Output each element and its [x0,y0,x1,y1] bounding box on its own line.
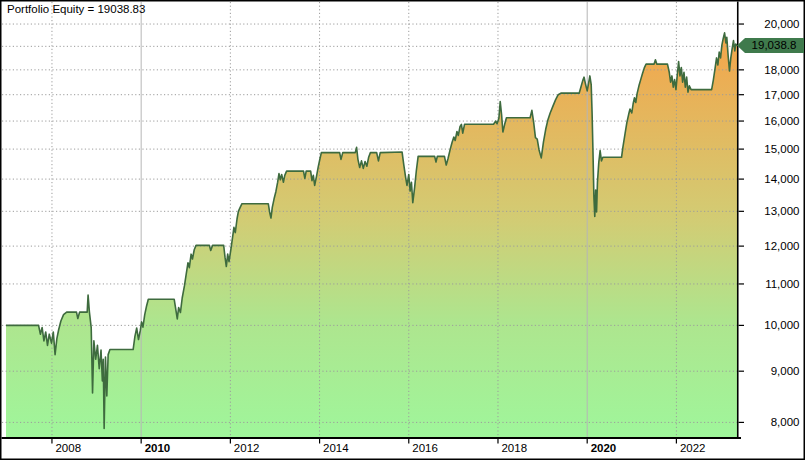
last-value-badge: 19,038.8 [737,38,804,53]
y-axis-tick-label: 13,000 [764,205,799,217]
y-axis-tick-label: 11,000 [765,278,799,290]
x-axis-tick-label: 2012 [234,442,260,454]
y-axis-tick-label: 18,000 [764,64,799,76]
x-axis-tick-label: 2008 [55,442,81,454]
x-axis-tick-label: 2010 [145,442,171,454]
y-axis-tick-label: 14,000 [764,173,799,185]
equity-chart-window: 20,00018,00017,00016,00015,00014,00013,0… [0,0,805,460]
y-axis-tick-label: 17,000 [764,89,799,101]
y-axis-tick-label: 8,000 [771,416,800,428]
y-axis-tick-label: 9,000 [771,365,800,377]
last-value-label: 19,038.8 [752,39,797,51]
x-axis-tick-label: 2018 [501,442,527,454]
y-axis-tick-label: 10,000 [764,319,799,331]
y-axis-tick-label: 12,000 [764,240,799,252]
x-axis-tick-label: 2014 [323,442,349,454]
y-axis-tick-label: 15,000 [764,143,799,155]
x-axis-tick-label: 2020 [591,442,617,454]
y-axis-tick-label: 20,000 [764,18,799,30]
equity-area-fill [6,33,737,438]
x-axis-tick-label: 2016 [412,442,438,454]
x-axis-tick-label: 2022 [680,442,706,454]
y-axis-tick-label: 16,000 [764,115,799,127]
equity-curve-plot: 20,00018,00017,00016,00015,00014,00013,0… [0,0,805,460]
chart-title: Portfolio Equity = 19038.83 [7,3,145,15]
